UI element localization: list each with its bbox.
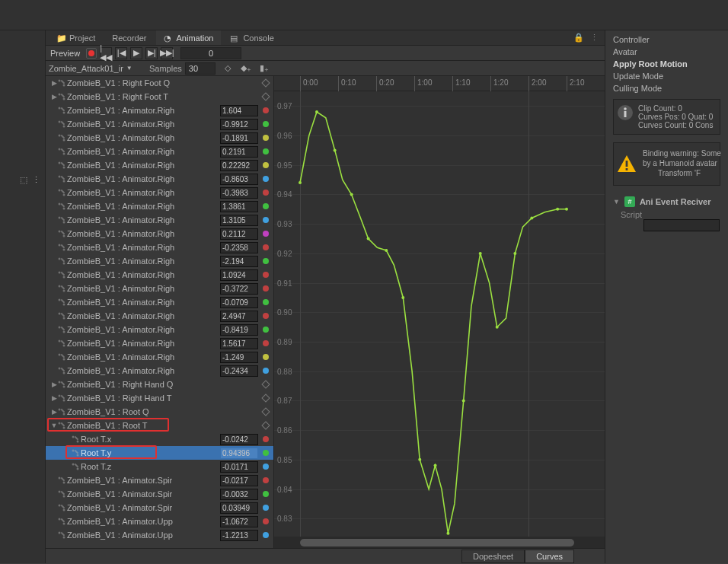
foldout-icon[interactable]: ▶ xyxy=(50,381,58,388)
property-row[interactable]: ▶ZombieB_V1 : Right Hand T xyxy=(46,391,273,405)
property-value[interactable] xyxy=(220,105,258,116)
property-row[interactable]: ZombieB_V1 : Animator.Righ xyxy=(46,282,273,295)
first-frame-button[interactable]: |◀◀ xyxy=(100,47,112,59)
property-row[interactable]: ▶ZombieB_V1 : Right Foot Q xyxy=(46,76,273,90)
tab-animation[interactable]: ◔Animation xyxy=(156,30,222,45)
property-row[interactable]: ZombieB_V1 : Animator.Righ xyxy=(46,104,273,117)
add-keyframe-button[interactable]: ◇ xyxy=(222,62,234,75)
field-apply-root-motion[interactable]: Apply Root Motion xyxy=(613,58,720,70)
property-value[interactable] xyxy=(220,434,258,445)
property-value[interactable] xyxy=(220,119,258,130)
lock-icon[interactable]: ⬚ xyxy=(20,175,27,185)
foldout-icon[interactable]: ▶ xyxy=(50,394,58,402)
property-value[interactable] xyxy=(220,475,258,486)
prev-frame-button[interactable]: |◀ xyxy=(115,47,127,59)
next-frame-button[interactable]: ▶| xyxy=(145,47,158,59)
property-row[interactable]: ZombieB_V1 : Animator.Righ xyxy=(46,336,273,350)
property-value[interactable] xyxy=(220,297,258,308)
scroll-thumb[interactable] xyxy=(300,539,574,546)
property-row[interactable]: ZombieB_V1 : Animator.Spir xyxy=(46,487,273,501)
foldout-icon[interactable]: ▼ xyxy=(50,422,58,429)
property-row[interactable]: ZombieB_V1 : Animator.Righ xyxy=(46,117,273,131)
property-list[interactable]: ▶ZombieB_V1 : Right Foot Q▶ZombieB_V1 : … xyxy=(46,76,274,548)
property-row[interactable]: ZombieB_V1 : Animator.Righ xyxy=(46,186,273,199)
property-row[interactable]: ZombieB_V1 : Animator.Righ xyxy=(46,268,273,282)
foldout-icon[interactable]: ▼ xyxy=(613,198,620,206)
property-value[interactable] xyxy=(220,338,258,349)
foldout-icon[interactable]: ▶ xyxy=(50,408,58,416)
property-value[interactable] xyxy=(220,228,258,240)
samples-input[interactable] xyxy=(185,62,216,75)
play-button[interactable]: ▶ xyxy=(130,47,142,59)
property-row[interactable]: ZombieB_V1 : Animator.Righ xyxy=(46,241,273,254)
property-row[interactable]: ZombieB_V1 : Animator.Righ xyxy=(46,158,273,172)
property-value[interactable] xyxy=(220,215,258,226)
property-value[interactable] xyxy=(220,256,258,267)
property-row[interactable]: ZombieB_V1 : Animator.Upp xyxy=(46,515,273,528)
property-value[interactable] xyxy=(220,489,258,500)
frame-input[interactable] xyxy=(180,47,241,59)
property-value[interactable] xyxy=(220,201,258,212)
property-value[interactable] xyxy=(220,132,258,144)
add-event-button[interactable]: ◆₊ xyxy=(240,62,252,75)
property-value[interactable] xyxy=(220,530,258,541)
property-row[interactable]: ZombieB_V1 : Animator.Spir xyxy=(46,501,273,515)
lock-icon[interactable]: 🔒 xyxy=(573,33,584,43)
script-object-field[interactable] xyxy=(643,219,720,231)
property-row[interactable]: ZombieB_V1 : Animator.Righ xyxy=(46,309,273,323)
tab-curves[interactable]: Curves xyxy=(525,550,574,563)
property-row[interactable]: Root T.y xyxy=(46,446,273,460)
property-value[interactable] xyxy=(220,448,258,459)
property-row[interactable]: ZombieB_V1 : Animator.Righ xyxy=(46,131,273,145)
property-value[interactable] xyxy=(220,187,258,199)
curve-canvas[interactable]: 0.970.960.950.940.930.920.910.900.890.88… xyxy=(274,91,605,537)
preview-button[interactable]: Preview xyxy=(50,49,83,58)
property-value[interactable] xyxy=(220,461,258,473)
field-update-mode[interactable]: Update Mode xyxy=(613,70,720,82)
property-row[interactable]: ZombieB_V1 : Animator.Spir xyxy=(46,473,273,487)
last-frame-button[interactable]: ▶▶| xyxy=(161,47,173,59)
field-controller[interactable]: Controller xyxy=(613,33,720,46)
property-row[interactable]: ZombieB_V1 : Animator.Righ xyxy=(46,172,273,186)
property-value[interactable] xyxy=(220,242,258,253)
menu-icon[interactable]: ⋮ xyxy=(590,33,599,43)
property-value[interactable] xyxy=(220,311,258,322)
property-row[interactable]: ▶ZombieB_V1 : Right Foot T xyxy=(46,90,273,104)
property-value[interactable] xyxy=(220,352,258,363)
property-value[interactable] xyxy=(220,516,258,527)
foldout-icon[interactable]: ▶ xyxy=(50,93,58,100)
property-row[interactable]: ▼ZombieB_V1 : Root T xyxy=(46,419,273,432)
foldout-icon[interactable]: ▶ xyxy=(50,79,58,87)
property-value[interactable] xyxy=(220,160,258,171)
property-row[interactable]: ZombieB_V1 : Animator.Righ xyxy=(46,364,273,378)
property-value[interactable] xyxy=(220,324,258,336)
property-row[interactable]: ZombieB_V1 : Animator.Righ xyxy=(46,213,273,227)
menu-icon[interactable]: ⋮ xyxy=(32,175,40,185)
field-avatar[interactable]: Avatar xyxy=(613,46,720,58)
clip-dropdown[interactable]: Zombie_Attack01_ir▼ xyxy=(49,64,148,73)
property-row[interactable]: ZombieB_V1 : Animator.Righ xyxy=(46,227,273,241)
property-row[interactable]: ZombieB_V1 : Animator.Righ xyxy=(46,323,273,336)
property-row[interactable]: ▶ZombieB_V1 : Right Hand Q xyxy=(46,378,273,391)
property-row[interactable]: ZombieB_V1 : Animator.Righ xyxy=(46,350,273,364)
tab-dopesheet[interactable]: Dopesheet xyxy=(461,550,525,563)
property-value[interactable] xyxy=(220,174,258,185)
tab-project[interactable]: 📁Project xyxy=(49,30,103,45)
property-row[interactable]: ▶ZombieB_V1 : Root Q xyxy=(46,405,273,419)
component-header[interactable]: ▼ # Ani Event Reciver xyxy=(613,196,720,207)
add-marker-button[interactable]: ▮₊ xyxy=(258,62,270,75)
property-row[interactable]: ZombieB_V1 : Animator.Righ xyxy=(46,254,273,268)
property-row[interactable]: ZombieB_V1 : Animator.Righ xyxy=(46,199,273,213)
property-value[interactable] xyxy=(220,365,258,377)
property-row[interactable]: Root T.x xyxy=(46,432,273,446)
property-value[interactable] xyxy=(220,283,258,295)
property-value[interactable] xyxy=(220,146,258,158)
property-value[interactable] xyxy=(220,502,258,514)
property-value[interactable] xyxy=(220,269,258,281)
timeline-ruler[interactable]: 0:000:100:201:001:101:202:002:10 xyxy=(274,76,605,91)
tab-console[interactable]: ▤Console xyxy=(222,30,281,45)
property-row[interactable]: Root T.z xyxy=(46,460,273,473)
record-button[interactable] xyxy=(86,48,97,59)
h-scrollbar[interactable] xyxy=(274,537,605,548)
field-culling-mode[interactable]: Culling Mode xyxy=(613,82,720,94)
